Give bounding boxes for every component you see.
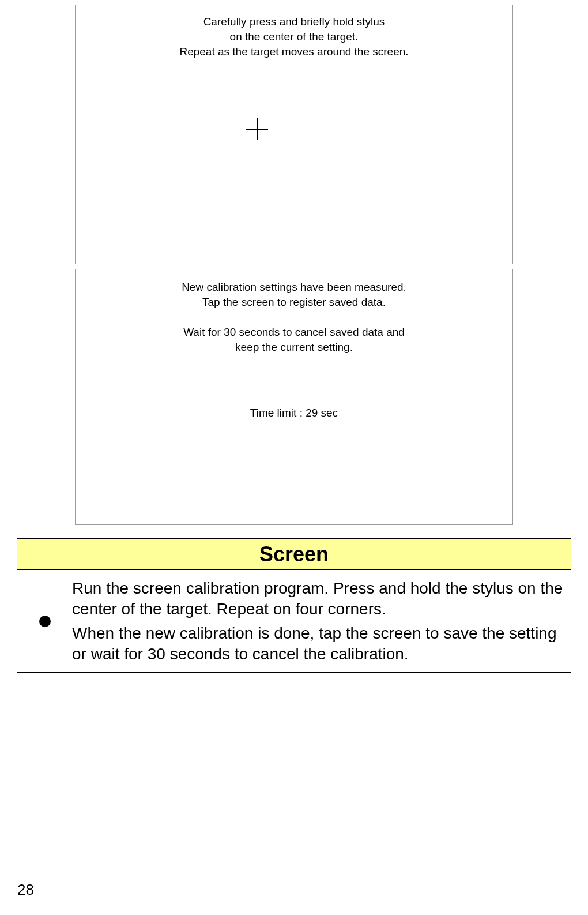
calibration-instruction-text: Carefully press and briefly hold stylus … <box>76 5 512 59</box>
crosshair-target-icon <box>243 115 272 144</box>
screenshot-group: Carefully press and briefly hold stylus … <box>75 0 513 525</box>
section-header: Screen <box>17 538 571 570</box>
calibration-screenshot-2: New calibration settings have been measu… <box>75 269 513 525</box>
description-paragraph-1: Run the screen calibration program. Pres… <box>72 578 571 620</box>
manual-page: Carefully press and briefly hold stylus … <box>0 0 588 915</box>
description-paragraph-2: When the new calibration is done, tap th… <box>72 623 571 665</box>
time-limit-text: Time limit : 29 sec <box>76 407 512 419</box>
calibration-screenshot-1: Carefully press and briefly hold stylus … <box>75 5 513 264</box>
page-number: 28 <box>17 881 34 899</box>
section-title: Screen <box>259 542 329 566</box>
bullet-cell <box>17 616 72 627</box>
section-description-row: Run the screen calibration program. Pres… <box>17 570 571 673</box>
section-description: Run the screen calibration program. Pres… <box>72 578 571 665</box>
bullet-icon <box>39 616 51 627</box>
calibration-complete-text: New calibration settings have been measu… <box>76 269 512 355</box>
